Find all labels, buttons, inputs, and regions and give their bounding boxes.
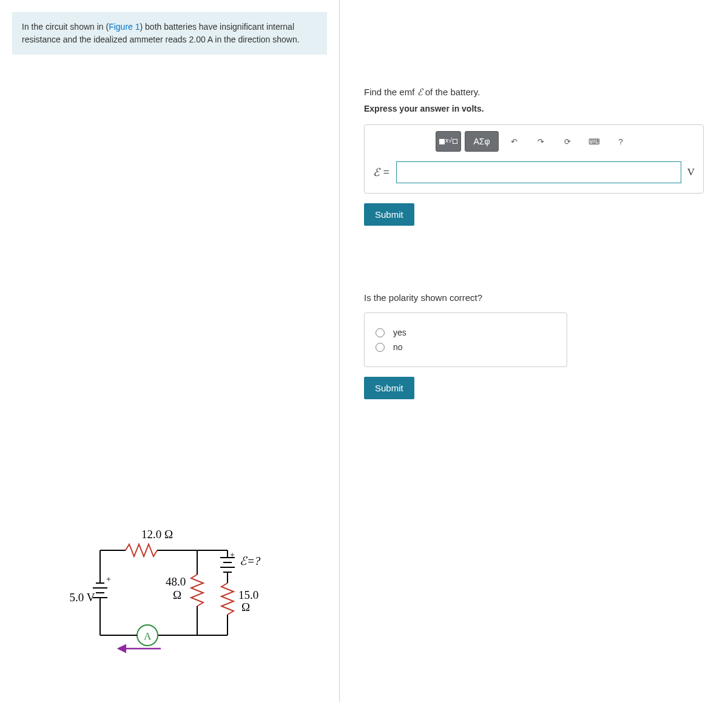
radio-box: yes no (364, 312, 567, 367)
answer-input[interactable] (396, 161, 681, 183)
right-panel: Find the emf ℰ of the battery. Express y… (340, 0, 728, 702)
input-row: ℰ = V (371, 158, 697, 187)
part-a-prompt: Find the emf ℰ of the battery. (364, 87, 704, 98)
radio-yes-label: yes (393, 328, 406, 337)
label-v-left: 75.0 V (70, 591, 95, 604)
label-r-mid-value: 48.0 (166, 575, 186, 588)
label-r-right-unit: Ω (241, 601, 250, 613)
label-ammeter: A (144, 630, 152, 642)
unit-label: V (687, 166, 695, 178)
radio-row-yes[interactable]: yes (376, 328, 556, 337)
plus-left: + (106, 575, 111, 584)
help-icon: ? (618, 137, 622, 146)
label-r-right-value: 15.0 (238, 589, 258, 601)
keyboard-icon: ⌨ (588, 137, 600, 146)
figure-link[interactable]: Figure 1 (109, 22, 140, 32)
input-label: ℰ = (373, 166, 390, 179)
help-button[interactable]: ? (609, 131, 632, 152)
undo-icon: ↶ (511, 137, 517, 146)
label-emf: ℰ=? (240, 555, 261, 567)
radio-no[interactable] (376, 343, 385, 352)
reset-button[interactable]: ⟳ (556, 131, 579, 152)
part-b-prompt: Is the polarity shown correct? (364, 292, 704, 303)
greek-button[interactable]: ΑΣφ (465, 131, 499, 152)
submit-button-a[interactable]: Submit (364, 203, 414, 226)
radio-row-no[interactable]: no (376, 342, 556, 352)
label-r-top: 12.0 Ω (141, 528, 173, 541)
redo-icon: ↷ (538, 137, 544, 146)
template-button[interactable]: x√ (436, 131, 461, 152)
radio-no-label: no (393, 342, 403, 352)
undo-button[interactable]: ↶ (502, 131, 525, 152)
answer-box-a: x√ ΑΣφ ↶ ↷ ⟳ ⌨ ? ℰ = V (364, 124, 704, 194)
reset-icon: ⟳ (564, 137, 571, 146)
redo-button[interactable]: ↷ (529, 131, 552, 152)
left-panel: In the circuit shown in (Figure 1) both … (0, 0, 340, 702)
keyboard-button[interactable]: ⌨ (582, 131, 605, 152)
stop-icon (439, 139, 445, 144)
part-b: Is the polarity shown correct? yes no Su… (364, 292, 704, 399)
circuit-diagram: 12.0 Ω 48.0 Ω 15.0 Ω 75.0 V ℰ=? A + + (70, 520, 276, 653)
submit-button-b[interactable]: Submit (364, 377, 414, 399)
problem-statement: In the circuit shown in (Figure 1) both … (12, 12, 327, 55)
toolbar: x√ ΑΣφ ↶ ↷ ⟳ ⌨ ? (371, 131, 697, 158)
radio-yes[interactable] (376, 328, 385, 337)
part-a-instructions: Express your answer in volts. (364, 104, 704, 113)
problem-text-before: In the circuit shown in ( (22, 22, 109, 32)
label-r-mid-unit: Ω (173, 589, 181, 601)
plus-right: + (230, 550, 235, 559)
